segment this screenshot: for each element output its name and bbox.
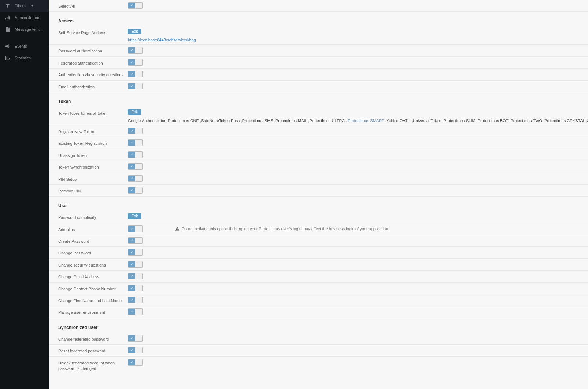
label-password-complexity: Password complexity xyxy=(58,213,128,220)
toggle-email-auth[interactable] xyxy=(128,83,143,89)
toggle-manage-user-env[interactable] xyxy=(128,308,143,315)
label-change-security-questions: Change security questions xyxy=(58,261,128,268)
check-icon xyxy=(128,176,135,181)
edit-password-complexity-button[interactable]: Edit xyxy=(128,213,141,219)
toggle-security-questions-auth[interactable] xyxy=(128,71,143,77)
label-security-questions-auth: Authentication via security questions xyxy=(58,71,128,78)
label-change-name: Change First Name and Last Name xyxy=(58,297,128,304)
check-icon xyxy=(128,47,135,53)
label-register-new-token: Register New Token xyxy=(58,128,128,135)
check-icon xyxy=(128,335,135,341)
label-password-auth: Password authentication xyxy=(58,47,128,54)
edit-self-service-button[interactable]: Edit xyxy=(128,29,141,34)
check-icon xyxy=(128,249,135,255)
label-change-password: Change Password xyxy=(58,249,128,256)
signal-icon xyxy=(4,15,11,21)
toggle-change-federated-password[interactable] xyxy=(128,335,143,342)
check-icon xyxy=(128,59,135,65)
row-email-auth: Email authentication xyxy=(49,81,588,92)
chart-icon xyxy=(4,55,11,61)
row-select-all: Select All xyxy=(49,0,588,12)
row-create-password: Create Password xyxy=(49,235,588,247)
toggle-password-auth[interactable] xyxy=(128,47,143,54)
token-types-value-post: ,Yubico OATH ,Universal Token ,Protectim… xyxy=(385,118,588,123)
row-security-questions-auth: Authentication via security questions xyxy=(49,69,588,80)
check-icon xyxy=(128,226,135,232)
row-self-service: Self-Service Page Address Edit https://l… xyxy=(49,26,588,45)
toggle-register-new-token[interactable] xyxy=(128,128,143,134)
row-token-types: Token types for enroll token Edit Google… xyxy=(49,107,588,125)
sidebar: Filters Administrators Message templates… xyxy=(0,0,49,389)
label-unassign-token: Unassign Token xyxy=(58,151,128,158)
sidebar-item-administrators[interactable]: Administrators xyxy=(0,12,49,23)
sidebar-item-statistics[interactable]: Statistics xyxy=(0,52,49,64)
filter-icon xyxy=(4,3,11,9)
row-add-alias: Add alias Do not activate this option if… xyxy=(49,223,588,235)
chevron-down-icon xyxy=(31,5,34,7)
label-federated-auth: Federated authentication xyxy=(58,59,128,66)
row-token-sync: Token Synchronization xyxy=(49,161,588,173)
check-icon xyxy=(128,164,135,169)
toggle-add-alias[interactable] xyxy=(128,225,143,232)
check-icon xyxy=(128,297,135,303)
toggle-change-phone[interactable] xyxy=(128,285,143,291)
sidebar-item-label: Filters xyxy=(15,4,26,8)
toggle-change-password[interactable] xyxy=(128,249,143,256)
row-change-name: Change First Name and Last Name xyxy=(49,294,588,306)
row-manage-user-env: Manage user environment xyxy=(49,306,588,318)
label-select-all: Select All xyxy=(58,2,128,9)
check-icon xyxy=(128,285,135,291)
toggle-change-name[interactable] xyxy=(128,297,143,303)
row-register-new-token: Register New Token xyxy=(49,125,588,137)
toggle-remove-pin[interactable] xyxy=(128,187,143,194)
row-change-security-questions: Change security questions xyxy=(49,259,588,271)
main-content: Select All Access Self-Service Page Addr… xyxy=(49,0,588,389)
toggle-existing-token-registration[interactable] xyxy=(128,139,143,146)
sidebar-item-message-templates[interactable]: Message templates xyxy=(0,23,49,35)
row-change-email: Change Email Address xyxy=(49,271,588,282)
section-heading-access: Access xyxy=(49,12,588,26)
toggle-change-email[interactable] xyxy=(128,273,143,279)
toggle-federated-auth[interactable] xyxy=(128,59,143,66)
toggle-token-sync[interactable] xyxy=(128,163,143,170)
check-icon xyxy=(128,273,135,279)
check-icon xyxy=(128,152,135,158)
check-icon xyxy=(128,3,135,8)
self-service-link[interactable]: https://localhost:8443/selfservice/khbg xyxy=(128,38,196,42)
check-icon xyxy=(128,238,135,243)
toggle-select-all[interactable] xyxy=(128,2,143,9)
toggle-unassign-token[interactable] xyxy=(128,151,143,158)
toggle-unlock-federated-account[interactable] xyxy=(128,359,143,366)
row-reset-federated-password: Reset federated password xyxy=(49,345,588,356)
sidebar-item-filters[interactable]: Filters xyxy=(0,0,49,12)
row-federated-auth: Federated authentication xyxy=(49,57,588,69)
label-reset-federated-password: Reset federated password xyxy=(58,347,128,354)
token-types-value-pre: Google Authenticator ,Protectimus ONE ,S… xyxy=(128,118,347,123)
sidebar-item-events[interactable]: Events xyxy=(0,40,49,52)
label-remove-pin: Remove PIN xyxy=(58,187,128,194)
label-email-auth: Email authentication xyxy=(58,83,128,90)
toggle-create-password[interactable] xyxy=(128,237,143,244)
section-heading-sync-user: Synchronized user xyxy=(49,318,588,333)
toggle-change-security-questions[interactable] xyxy=(128,261,143,268)
edit-token-types-button[interactable]: Edit xyxy=(128,109,141,115)
check-icon xyxy=(128,347,135,353)
sidebar-item-label: Events xyxy=(15,44,27,48)
row-password-auth: Password authentication xyxy=(49,45,588,56)
check-icon xyxy=(128,187,135,193)
label-token-types: Token types for enroll token xyxy=(58,109,128,116)
label-change-federated-password: Change federated password xyxy=(58,335,128,342)
note-text: Do not activate this option if changing … xyxy=(182,227,389,231)
toggle-pin-setup[interactable] xyxy=(128,175,143,182)
label-change-email: Change Email Address xyxy=(58,273,128,280)
label-existing-token-registration: Existing Token Registration xyxy=(58,139,128,146)
row-unlock-federated-account: Unlock federated account when password i… xyxy=(49,357,588,374)
section-heading-token: Token xyxy=(49,92,588,107)
section-heading-user: User xyxy=(49,197,588,211)
bullhorn-icon xyxy=(4,43,11,49)
check-icon xyxy=(128,128,135,134)
sidebar-item-label: Message templates xyxy=(15,27,44,32)
document-icon xyxy=(4,26,11,32)
row-change-federated-password: Change federated password xyxy=(49,333,588,345)
toggle-reset-federated-password[interactable] xyxy=(128,347,143,353)
